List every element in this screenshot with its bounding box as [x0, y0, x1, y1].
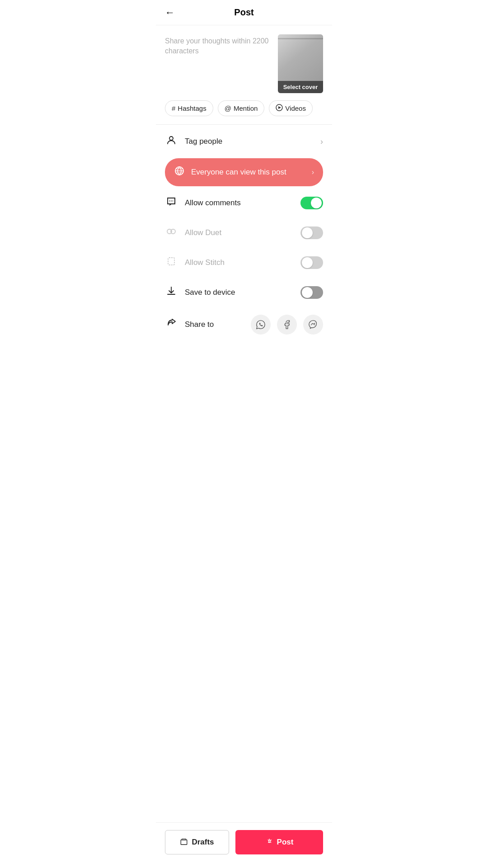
- divider-top: [156, 124, 332, 125]
- allow-duet-label: Allow Duet: [185, 228, 293, 237]
- share-to-label: Share to: [185, 320, 244, 329]
- allow-stitch-row[interactable]: Allow Stitch: [156, 248, 332, 278]
- person-icon: [165, 135, 178, 148]
- svg-point-4: [169, 201, 170, 202]
- tag-chips: # Hashtags @ Mention Videos: [156, 100, 332, 124]
- hashtags-chip[interactable]: # Hashtags: [165, 100, 213, 116]
- drafts-button[interactable]: Drafts: [165, 830, 229, 854]
- caption-area: Share your thoughts within 2200 characte…: [156, 25, 332, 100]
- hashtags-label: Hashtags: [178, 104, 206, 112]
- post-icon: [265, 838, 273, 846]
- toggle-knob: [302, 227, 313, 238]
- messenger-button[interactable]: [303, 315, 323, 335]
- bottom-actions: Drafts Post: [156, 822, 332, 868]
- toggle-knob: [302, 287, 313, 298]
- header: ← Post: [156, 0, 332, 25]
- share-icons: [251, 315, 323, 335]
- page-title: Post: [234, 7, 253, 18]
- select-cover-label[interactable]: Select cover: [278, 81, 323, 93]
- caption-input[interactable]: Share your thoughts within 2200 characte…: [165, 34, 271, 57]
- mention-chip[interactable]: @ Mention: [218, 100, 265, 116]
- mention-label: Mention: [234, 104, 258, 112]
- svg-point-12: [268, 842, 270, 843]
- cover-thumbnail[interactable]: Select cover: [278, 34, 323, 93]
- allow-stitch-label: Allow Stitch: [185, 258, 293, 267]
- tag-people-row[interactable]: Tag people ›: [156, 127, 332, 156]
- allow-comments-toggle[interactable]: [300, 197, 323, 209]
- videos-label: Videos: [285, 104, 306, 112]
- save-to-device-toggle[interactable]: [300, 286, 323, 299]
- privacy-banner[interactable]: Everyone can view this post ›: [165, 158, 323, 186]
- allow-duet-row[interactable]: Allow Duet: [156, 218, 332, 248]
- allow-comments-label: Allow comments: [185, 198, 293, 208]
- whatsapp-button[interactable]: [251, 315, 271, 335]
- svg-marker-1: [278, 106, 281, 109]
- post-button[interactable]: Post: [235, 830, 323, 854]
- back-button[interactable]: ←: [165, 7, 175, 19]
- comments-icon: [165, 196, 178, 210]
- svg-point-6: [173, 201, 174, 202]
- drafts-icon: [180, 838, 188, 846]
- svg-point-2: [169, 137, 173, 140]
- svg-rect-10: [181, 840, 188, 845]
- share-icon: [165, 318, 178, 331]
- share-to-row: Share to: [156, 307, 332, 342]
- svg-rect-9: [168, 258, 174, 265]
- save-icon: [165, 286, 178, 299]
- drafts-label: Drafts: [192, 838, 214, 847]
- save-to-device-row[interactable]: Save to device: [156, 278, 332, 307]
- toggle-knob: [302, 257, 313, 268]
- post-label: Post: [277, 838, 294, 847]
- tag-people-label: Tag people: [185, 137, 313, 146]
- svg-rect-11: [182, 839, 186, 840]
- videos-icon: [276, 104, 283, 113]
- hashtag-icon: #: [172, 104, 175, 112]
- tag-people-chevron: ›: [320, 137, 323, 146]
- mention-icon: @: [225, 104, 231, 112]
- facebook-button[interactable]: [277, 315, 297, 335]
- privacy-chevron: ›: [312, 168, 314, 176]
- svg-point-5: [171, 201, 172, 202]
- allow-stitch-toggle[interactable]: [300, 256, 323, 269]
- allow-comments-row[interactable]: Allow comments: [156, 188, 332, 218]
- save-to-device-label: Save to device: [185, 288, 293, 297]
- stitch-icon: [165, 256, 178, 269]
- allow-duet-toggle[interactable]: [300, 226, 323, 239]
- spacer: [156, 342, 332, 387]
- videos-chip[interactable]: Videos: [269, 100, 313, 116]
- toggle-knob: [311, 198, 322, 208]
- globe-icon: [174, 165, 185, 179]
- privacy-label: Everyone can view this post: [191, 168, 305, 177]
- duet-icon: [165, 226, 178, 240]
